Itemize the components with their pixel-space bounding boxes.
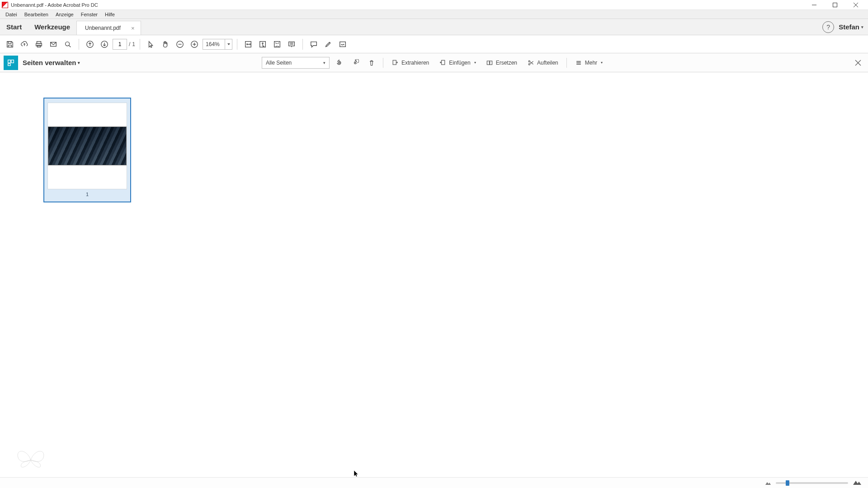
tab-close-icon[interactable]: × [130,25,136,31]
svg-rect-37 [576,64,581,65]
signature-icon[interactable] [336,38,349,51]
svg-rect-6 [37,41,41,43]
window-titlebar: Unbenannt.pdf - Adobe Acrobat Pro DC [0,0,868,10]
svg-rect-26 [8,60,10,62]
tab-tools[interactable]: Werkzeuge [28,19,76,35]
fit-page-icon[interactable] [256,38,269,51]
page-thumbnail-image [48,127,127,165]
svg-rect-27 [11,60,14,62]
chevron-down-icon: ▾ [474,61,476,65]
extract-icon [392,59,399,66]
window-minimize-button[interactable] [804,0,825,10]
replace-icon [486,59,493,66]
zoom-select[interactable]: 164% [203,39,232,50]
split-label: Aufteilen [537,60,558,66]
page-thumbnail-selected[interactable]: 1 [43,98,131,202]
rotate-ccw-icon[interactable] [332,56,346,69]
zoom-dropdown-icon[interactable] [225,39,232,50]
watermark-butterfly-icon [14,446,47,474]
zoom-in-icon[interactable] [188,38,201,51]
window-maximize-button[interactable] [825,0,845,10]
svg-rect-30 [442,60,445,65]
tab-home[interactable]: Start [0,19,28,35]
close-tool-button[interactable] [852,56,864,69]
svg-rect-35 [576,61,581,62]
insert-button[interactable]: Einfügen ▾ [435,56,479,69]
chevron-down-icon: ▾ [78,61,80,65]
page-filter-dropdown[interactable]: Alle Seiten ▾ [262,57,330,69]
organize-pages-title[interactable]: Seiten verwalten ▾ [23,59,80,66]
svg-rect-5 [8,45,11,47]
highlight-icon[interactable] [322,38,335,51]
page-nav: / 1 [113,39,135,50]
chevron-down-icon: ▾ [601,61,603,65]
page-thumbnail-preview [48,103,127,189]
user-name: Stefan [839,23,859,31]
read-mode-icon[interactable] [285,38,298,51]
thumbnail-zoom-slider[interactable] [776,482,848,484]
svg-point-33 [528,61,530,62]
page-thumbnails-workspace[interactable]: 1 [0,72,868,477]
fit-visible-icon[interactable] [271,38,283,51]
svg-rect-25 [340,42,346,47]
menu-file[interactable]: Datei [2,11,21,18]
svg-rect-36 [576,62,581,63]
mail-icon[interactable] [47,38,60,51]
svg-rect-28 [8,63,10,66]
menu-window[interactable]: Fenster [77,11,101,18]
tab-document-label: Unbenannt.pdf [85,25,121,31]
replace-button[interactable]: Ersetzen [482,56,521,69]
more-icon [575,59,582,66]
svg-rect-22 [289,42,295,46]
svg-rect-21 [274,41,280,47]
chevron-down-icon: ▾ [861,25,863,29]
rotate-cw-icon[interactable] [349,56,362,69]
zoom-value: 164% [203,39,225,50]
organize-pages-toolbar: Seiten verwalten ▾ Alle Seiten ▾ Extrahi… [0,53,868,72]
thumbnail-zoom-knob[interactable] [786,480,789,486]
svg-point-10 [66,42,70,46]
select-tool-icon[interactable] [145,38,157,51]
insert-icon [439,59,446,66]
page-sep: / [129,41,130,47]
menu-view[interactable]: Anzeige [52,11,77,18]
extract-label: Extrahieren [401,60,429,66]
extract-button[interactable]: Extrahieren [388,56,433,69]
delete-page-icon[interactable] [365,56,378,69]
thumbnail-large-icon[interactable] [853,479,862,487]
window-title: Unbenannt.pdf - Adobe Acrobat Pro DC [11,2,98,8]
print-icon[interactable] [33,38,45,51]
help-icon[interactable]: ? [822,21,834,33]
cloud-upload-icon[interactable] [18,38,31,51]
organize-pages-mode-icon[interactable] [4,56,18,70]
zoom-out-icon[interactable] [174,38,186,51]
more-button[interactable]: Mehr ▾ [571,56,606,69]
hand-tool-icon[interactable] [159,38,172,51]
window-close-button[interactable] [845,0,866,10]
app-icon [2,2,8,8]
split-button[interactable]: Aufteilen [524,56,562,69]
tab-document[interactable]: Unbenannt.pdf × [76,21,141,35]
menu-edit[interactable]: Bearbeiten [21,11,52,18]
thumbnail-zoom-bar [0,477,868,488]
page-total: 1 [132,41,135,47]
insert-label: Einfügen [449,60,470,66]
menu-bar: Datei Bearbeiten Anzeige Fenster Hilfe [0,10,868,19]
svg-point-34 [528,63,530,65]
page-current-input[interactable] [113,39,127,50]
search-icon[interactable] [61,38,74,51]
tab-row: Start Werkzeuge Unbenannt.pdf × ? Stefan… [0,19,868,35]
previous-page-icon[interactable] [84,38,96,51]
thumbnail-small-icon[interactable] [765,479,771,487]
next-page-icon[interactable] [98,38,111,51]
svg-rect-29 [393,60,396,65]
comment-icon[interactable] [307,38,320,51]
user-menu[interactable]: Stefan ▾ [839,23,863,31]
svg-rect-7 [36,43,42,46]
menu-help[interactable]: Hilfe [101,11,118,18]
fit-width-icon[interactable] [242,38,255,51]
page-thumbnail-number: 1 [86,192,89,197]
save-icon[interactable] [4,38,16,51]
more-label: Mehr [585,60,597,66]
main-toolbar: / 1 164% [0,35,868,53]
